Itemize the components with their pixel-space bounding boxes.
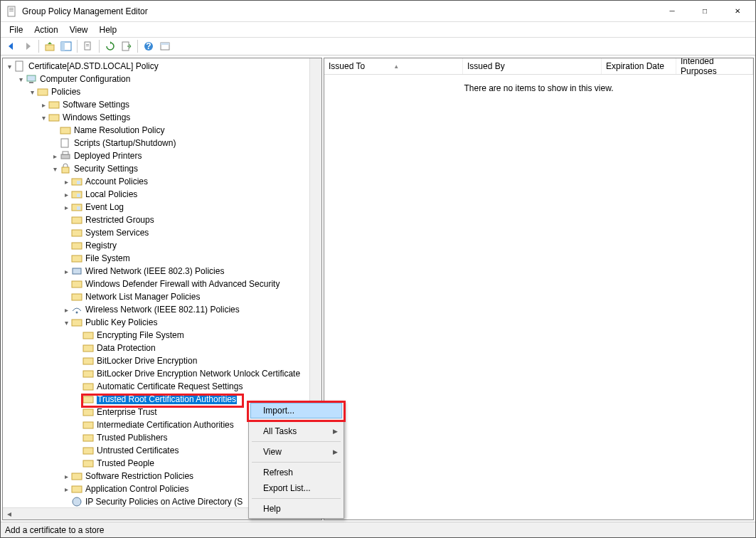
tree-item[interactable]: BitLocker Drive Encryption Network Unloc… — [3, 367, 321, 380]
tree-item[interactable]: ▸Event Log — [3, 201, 321, 213]
ctx-view[interactable]: View▶ — [250, 444, 342, 460]
tree-item[interactable]: ▸Wireless Network (IEEE 802.11) Policies — [3, 303, 321, 316]
tree-item[interactable]: ▾Security Settings — [3, 162, 321, 175]
chevron-right-icon[interactable]: ▸ — [61, 191, 71, 199]
forward-button[interactable] — [20, 38, 36, 54]
tree-item[interactable]: Restricted Groups — [3, 213, 321, 226]
tree-item[interactable]: ▸Wired Network (IEEE 802.3) Policies — [3, 265, 321, 278]
chevron-right-icon[interactable]: ▸ — [61, 485, 71, 493]
close-button[interactable]: ✕ — [721, 1, 754, 21]
menu-file[interactable]: File — [4, 23, 28, 36]
network-icon — [71, 265, 82, 277]
svg-rect-27 — [77, 181, 80, 184]
column-issued-by[interactable]: Issued By — [463, 58, 602, 74]
tree-item[interactable]: ▾Computer Configuration — [3, 73, 321, 85]
svg-rect-40 — [72, 320, 82, 326]
svg-rect-20 — [49, 115, 59, 121]
svg-rect-36 — [73, 268, 81, 274]
ctx-export[interactable]: Export List... — [250, 480, 342, 496]
chevron-down-icon[interactable]: ▾ — [27, 88, 37, 96]
ctx-separator — [252, 421, 341, 421]
show-hide-tree-button[interactable] — [58, 38, 74, 54]
up-button[interactable] — [42, 38, 58, 54]
column-expiration[interactable]: Expiration Date — [602, 58, 676, 74]
tree-item[interactable]: Scripts (Startup/Shutdown) — [3, 137, 321, 149]
tree-item[interactable]: Data Protection — [3, 342, 321, 354]
menu-action[interactable]: Action — [28, 23, 63, 36]
svg-rect-4 — [46, 45, 54, 51]
tree-item[interactable]: Registry — [3, 239, 321, 252]
tree-root[interactable]: ▾Certificate[AD.STD.LOCAL] Policy — [3, 60, 321, 73]
svg-rect-37 — [72, 281, 82, 288]
chevron-down-icon[interactable]: ▾ — [16, 75, 26, 83]
folder-icon — [82, 342, 94, 354]
scroll-left-icon[interactable]: ◂ — [3, 508, 15, 519]
refresh-button[interactable] — [102, 38, 118, 54]
copy-button[interactable] — [80, 38, 96, 54]
folder-icon — [82, 419, 94, 431]
chevron-right-icon[interactable]: ▸ — [50, 152, 60, 160]
tree-item[interactable]: ▾Windows Settings — [3, 111, 321, 124]
ctx-import[interactable]: Import... — [250, 403, 342, 418]
minimize-button[interactable]: ─ — [656, 1, 688, 21]
svg-rect-6 — [61, 42, 65, 51]
chevron-right-icon[interactable]: ▸ — [61, 204, 71, 211]
folder-icon — [71, 291, 82, 302]
help-button[interactable]: ? — [141, 38, 156, 54]
tree-item[interactable]: ▾Public Key Policies — [3, 316, 321, 329]
svg-rect-17 — [29, 82, 33, 83]
tree-item[interactable]: ▸Deployed Printers — [3, 149, 321, 162]
tree-item[interactable]: File System — [3, 252, 321, 265]
chevron-right-icon[interactable]: ▸ — [38, 101, 48, 109]
svg-rect-44 — [83, 371, 93, 377]
tree-item[interactable]: Automatic Certificate Request Settings — [3, 380, 321, 393]
filter-button[interactable] — [157, 38, 173, 54]
folder-icon — [71, 317, 82, 328]
app-icon — [6, 6, 18, 17]
folder-icon — [82, 355, 94, 366]
status-text: Add a certificate to a store — [5, 525, 104, 535]
column-issued-to[interactable]: Issued To▲ — [324, 58, 463, 74]
export-button[interactable] — [119, 38, 134, 54]
menu-view[interactable]: View — [64, 23, 94, 36]
tree-item[interactable]: ▸Account Policies — [3, 175, 321, 188]
chevron-down-icon[interactable]: ▾ — [50, 165, 60, 173]
security-icon — [60, 163, 71, 174]
tree-item[interactable]: ▸Software Settings — [3, 98, 321, 111]
column-purposes[interactable]: Intended Purposes — [676, 58, 753, 74]
svg-rect-33 — [72, 230, 82, 236]
menu-help[interactable]: Help — [94, 23, 123, 36]
chevron-right-icon[interactable]: ▸ — [61, 473, 71, 480]
tree-item[interactable]: Name Resolution Policy — [3, 124, 321, 137]
tree-item[interactable]: System Services — [3, 226, 321, 239]
chevron-right-icon[interactable]: ▸ — [61, 306, 71, 314]
svg-rect-41 — [83, 332, 93, 339]
tree-item[interactable]: Encrypting File System — [3, 329, 321, 342]
svg-rect-51 — [83, 460, 93, 467]
chevron-down-icon[interactable]: ▾ — [61, 319, 71, 327]
list-header: Issued To▲ Issued By Expiration Date Int… — [324, 58, 753, 75]
folder-icon — [82, 406, 94, 418]
computer-icon — [26, 73, 37, 85]
chevron-right-icon[interactable]: ▸ — [61, 268, 71, 275]
tree-item[interactable]: Windows Defender Firewall with Advanced … — [3, 278, 321, 290]
back-button[interactable] — [4, 38, 19, 54]
chevron-right-icon[interactable]: ▸ — [61, 178, 71, 186]
tree-item[interactable]: BitLocker Drive Encryption — [3, 354, 321, 367]
chevron-down-icon[interactable]: ▾ — [38, 114, 48, 122]
folder-icon — [37, 86, 48, 97]
svg-rect-19 — [49, 102, 59, 108]
chevron-down-icon[interactable]: ▾ — [4, 63, 14, 70]
svg-rect-29 — [77, 194, 80, 197]
ctx-separator — [252, 441, 341, 442]
ctx-all-tasks[interactable]: All Tasks▶ — [250, 423, 342, 439]
tree-item[interactable]: Network List Manager Policies — [3, 290, 321, 303]
tree-item[interactable]: ▾Policies — [3, 85, 321, 98]
toolbar: ? — [1, 37, 755, 56]
maximize-button[interactable]: □ — [688, 1, 721, 21]
tree-item[interactable]: ▸Local Policies — [3, 188, 321, 201]
ctx-help[interactable]: Help — [250, 501, 342, 517]
svg-rect-31 — [77, 206, 80, 210]
ctx-refresh[interactable]: Refresh — [250, 465, 342, 480]
svg-rect-48 — [83, 422, 93, 428]
